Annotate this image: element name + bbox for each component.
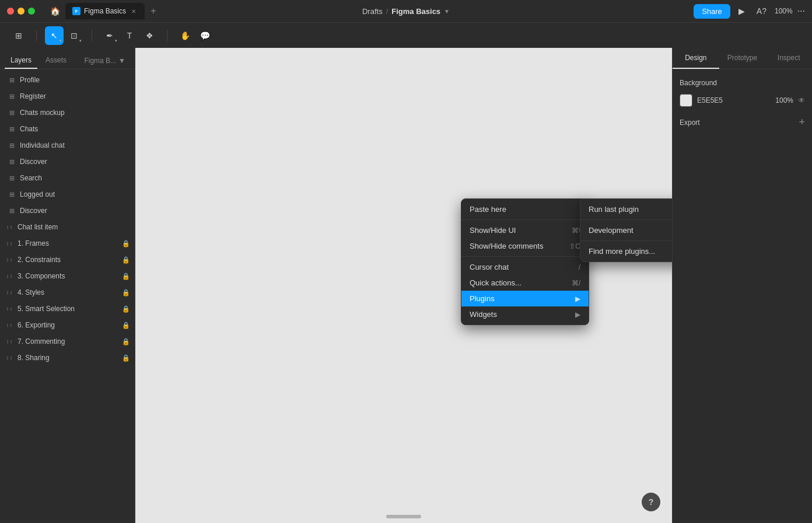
plugins-arrow-icon: ▶ (575, 295, 580, 303)
layer-item-chats-mockup[interactable]: ⊞ Chats mockup (0, 104, 135, 121)
menu-item-plugins[interactable]: Plugins ▶ (461, 291, 589, 306)
main-area: Layers Assets Figma B... ▼ ⊞ Profile ⊞ R… (0, 48, 812, 523)
layer-item-chat-list[interactable]: Chat list item (0, 219, 135, 235)
submenu-item-development[interactable]: Development ▶ (580, 222, 672, 238)
workspace-button[interactable]: ⊞ (9, 26, 28, 45)
menu-item-show-hide-comments[interactable]: Show/Hide comments ⇧C (461, 238, 589, 254)
comment-tool-button[interactable]: 💬 (195, 26, 214, 45)
components-icon: ❖ (146, 31, 153, 40)
dots-grid-icon (7, 324, 13, 327)
export-add-button[interactable]: + (799, 116, 805, 128)
layer-item-search[interactable]: ⊞ Search (0, 170, 135, 186)
layer-item-profile[interactable]: ⊞ Profile (0, 72, 135, 88)
tab-close-button[interactable]: ✕ (130, 7, 138, 15)
tab-figma-dropdown[interactable]: Figma B... ▼ (79, 53, 130, 69)
find-more-plugins-label: Find more plugins... (589, 247, 655, 256)
tool-group-select: ↖ ▾ ⊡ ▾ (43, 26, 86, 45)
dots-grid-icon (7, 275, 13, 278)
frame-icon: ⊞ (7, 157, 16, 166)
layer-item-exporting[interactable]: 6. Exporting 🔒 (0, 317, 135, 333)
help-button[interactable]: ? (642, 493, 660, 511)
text-tool-button[interactable]: T (120, 26, 139, 45)
right-panel: Design Prototype Inspect Background E5E5… (672, 48, 812, 523)
hand-tool-button[interactable]: ✋ (176, 26, 194, 45)
canvas[interactable]: Paste here Show/Hide UI ⌘\ Show/Hide com… (135, 48, 672, 523)
layers-list: ⊞ Profile ⊞ Register ⊞ Chats mockup ⊞ Ch… (0, 69, 135, 523)
close-button[interactable] (7, 8, 14, 15)
components-button[interactable]: ❖ (140, 26, 159, 45)
widgets-arrow-icon: ▶ (575, 311, 580, 319)
layer-item-logged-out[interactable]: ⊞ Logged out (0, 186, 135, 203)
menu-item-widgets[interactable]: Widgets ▶ (461, 306, 589, 322)
zoom-level[interactable]: 100% (775, 7, 793, 15)
layer-name: 8. Sharing (18, 354, 118, 362)
lock-icon: 🔒 (122, 256, 130, 264)
layer-item-frames[interactable]: 1. Frames 🔒 (0, 235, 135, 252)
layer-item-chats[interactable]: ⊞ Chats (0, 121, 135, 137)
menu-item-cursor-chat[interactable]: Cursor chat / (461, 259, 589, 275)
tool-group-view: ✋ 💬 (173, 26, 216, 45)
layer-name: Chats mockup (20, 109, 130, 117)
menu-item-quick-actions[interactable]: Quick actions... ⌘/ (461, 275, 589, 291)
play-button[interactable]: ▶ (735, 4, 748, 18)
tab-design[interactable]: Design (673, 48, 719, 69)
submenu-item-find-more[interactable]: Find more plugins... (580, 243, 672, 259)
plugins-label: Plugins (470, 294, 495, 303)
layer-item-sharing[interactable]: 8. Sharing 🔒 (0, 350, 135, 366)
background-section-header: Background (680, 79, 805, 87)
frame-icon: ⊞ (7, 173, 16, 183)
canvas-scrollbar[interactable] (386, 515, 421, 518)
share-button[interactable]: Share (694, 4, 730, 19)
lock-icon: 🔒 (122, 354, 130, 362)
more-options-button[interactable]: ··· (797, 6, 805, 16)
visibility-toggle-icon[interactable]: 👁 (798, 96, 805, 104)
tab-inspect[interactable]: Inspect (765, 48, 812, 69)
show-hide-comments-label: Show/Hide comments (470, 242, 543, 250)
tab-prototype[interactable]: Prototype (719, 48, 766, 69)
tab-assets[interactable]: Assets (40, 53, 72, 69)
tab-layers[interactable]: Layers (5, 53, 37, 69)
traffic-lights (7, 8, 35, 15)
minimize-button[interactable] (18, 8, 24, 15)
workspace-icon: ⊞ (15, 31, 22, 40)
menu-separator-1 (461, 219, 589, 220)
layer-item-components[interactable]: 3. Components 🔒 (0, 268, 135, 284)
layer-item-discover-2[interactable]: ⊞ Discover (0, 203, 135, 219)
layer-item-styles[interactable]: 4. Styles 🔒 (0, 284, 135, 301)
tool-group-draw: ✒ ▾ T ❖ (98, 26, 161, 45)
move-tool-button[interactable]: ↖ ▾ (45, 26, 64, 45)
breadcrumb-filename: Figma Basics (391, 7, 440, 16)
background-opacity-value[interactable]: 100% (775, 96, 793, 104)
dots-grid-icon (7, 291, 13, 294)
maximize-button[interactable] (28, 8, 35, 15)
submenu-item-run-last[interactable]: Run last plugin ⌥⌘P (580, 201, 672, 217)
background-color-value[interactable]: E5E5E5 (697, 96, 771, 104)
development-label: Development (589, 226, 634, 235)
dots-grid-icon (7, 226, 13, 229)
layer-item-smart-selection[interactable]: 5. Smart Selection 🔒 (0, 301, 135, 317)
figma-tab-label: Figma B... (84, 57, 116, 65)
file-dropdown-icon[interactable]: ▼ (444, 8, 450, 15)
active-tab[interactable]: F Figma Basics ✕ (65, 3, 145, 19)
layer-name: Register (20, 92, 130, 100)
pen-tool-button[interactable]: ✒ ▾ (100, 26, 119, 45)
lock-icon: 🔒 (122, 322, 130, 329)
figma-tab-arrow: ▼ (118, 57, 125, 65)
toolbar-divider-2 (92, 30, 92, 41)
layer-item-constraints[interactable]: 2. Constraints 🔒 (0, 252, 135, 268)
home-button[interactable]: 🏠 (47, 5, 63, 18)
layer-item-commenting[interactable]: 7. Commenting 🔒 (0, 333, 135, 350)
layer-item-register[interactable]: ⊞ Register (0, 88, 135, 104)
layer-item-individual-chat[interactable]: ⊞ Individual chat (0, 137, 135, 154)
background-color-swatch[interactable] (680, 94, 692, 107)
context-menu: Paste here Show/Hide UI ⌘\ Show/Hide com… (461, 198, 589, 325)
dots-grid-icon (7, 357, 13, 360)
new-tab-button[interactable]: + (147, 5, 160, 18)
menu-item-paste[interactable]: Paste here (461, 201, 589, 217)
frame-tool-button[interactable]: ⊡ ▾ (65, 26, 83, 45)
layer-item-discover-1[interactable]: ⊞ Discover (0, 154, 135, 170)
menu-item-show-hide-ui[interactable]: Show/Hide UI ⌘\ (461, 222, 589, 238)
present-button[interactable]: A? (753, 4, 770, 18)
frame-icon: ⊞ (7, 108, 16, 117)
breadcrumb-drafts[interactable]: Drafts (362, 7, 383, 16)
